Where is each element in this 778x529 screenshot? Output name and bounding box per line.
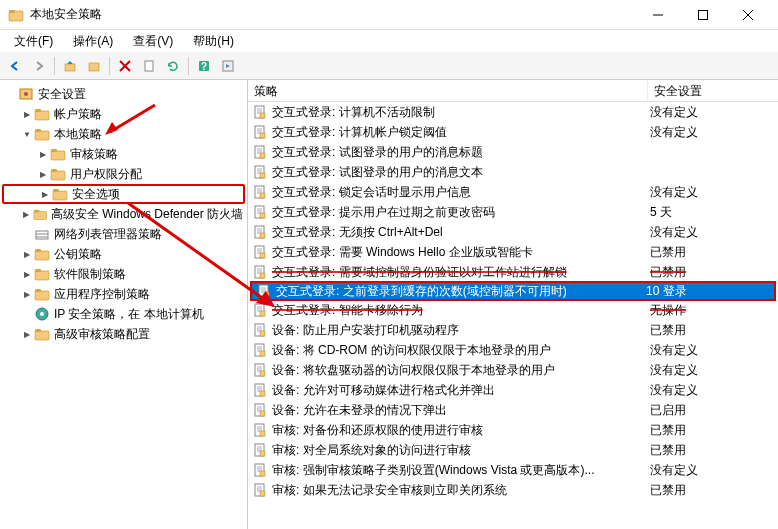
tree-item[interactable]: ▶公钥策略 (2, 244, 245, 264)
tree-item-label: 应用程序控制策略 (52, 286, 152, 303)
tree-item[interactable]: ▶高级审核策略配置 (2, 324, 245, 344)
policy-row[interactable]: 交互式登录: 提示用户在过期之前更改密码5 天 (248, 202, 778, 222)
policy-setting: 已启用 (644, 402, 774, 419)
action-button[interactable] (217, 55, 239, 77)
toolbar: ? (0, 52, 778, 80)
folder-icon (34, 226, 50, 242)
chevron-icon[interactable]: ▶ (20, 110, 34, 119)
tree-item[interactable]: ▶审核策略 (2, 144, 245, 164)
delete-button[interactable] (114, 55, 136, 77)
chevron-icon[interactable]: ▶ (36, 170, 50, 179)
policy-setting: 10 登录 (640, 283, 770, 300)
tree-item[interactable]: ▶高级安全 Windows Defender 防火墙 (2, 204, 245, 224)
policy-row[interactable]: 交互式登录: 锁定会话时显示用户信息没有定义 (248, 182, 778, 202)
svg-rect-22 (51, 171, 65, 180)
svg-rect-65 (260, 193, 265, 198)
policy-row[interactable]: 设备: 将软盘驱动器的访问权限仅限于本地登录的用户没有定义 (248, 360, 778, 380)
policy-label: 交互式登录: 锁定会话时显示用户信息 (272, 184, 644, 201)
policy-row[interactable]: 审核: 如果无法记录安全审核则立即关闭系统已禁用 (248, 480, 778, 500)
tree-item[interactable]: ▶软件限制策略 (2, 264, 245, 284)
refresh-button[interactable] (162, 55, 184, 77)
svg-rect-95 (260, 311, 265, 316)
svg-rect-36 (35, 289, 41, 292)
policy-row[interactable]: 交互式登录: 计算机帐户锁定阈值没有定义 (248, 122, 778, 142)
menu-help[interactable]: 帮助(H) (185, 31, 242, 52)
chevron-icon[interactable]: ▶ (38, 190, 52, 199)
folder-icon (34, 326, 50, 342)
policy-row[interactable]: 审核: 强制审核策略子类别设置(Windows Vista 或更高版本)...没… (248, 460, 778, 480)
policy-setting: 没有定义 (644, 224, 774, 241)
policy-label: 审核: 对备份和还原权限的使用进行审核 (272, 422, 644, 439)
policy-row[interactable]: 交互式登录: 计算机不活动限制没有定义 (248, 102, 778, 122)
svg-rect-39 (35, 331, 49, 340)
tree-item[interactable]: ▶帐户策略 (2, 104, 245, 124)
policy-setting: 没有定义 (644, 104, 774, 121)
policy-row[interactable]: 审核: 对全局系统对象的访问进行审核已禁用 (248, 440, 778, 460)
menubar: 文件(F) 操作(A) 查看(V) 帮助(H) (0, 30, 778, 52)
svg-rect-3 (698, 10, 707, 19)
tree-panel[interactable]: 安全设置 ▶帐户策略▼本地策略▶审核策略▶用户权限分配▶安全选项▶高级安全 Wi… (0, 80, 248, 529)
header-policy[interactable]: 策略 (248, 80, 648, 101)
tree-item-label: 网络列表管理器策略 (52, 226, 164, 243)
policy-label: 设备: 将软盘驱动器的访问权限仅限于本地登录的用户 (272, 362, 644, 379)
policy-row[interactable]: 交互式登录: 智能卡移除行为无操作 (248, 300, 778, 320)
policy-row[interactable]: 设备: 允许在未登录的情况下弹出已启用 (248, 400, 778, 420)
policy-row[interactable]: 审核: 对备份和还原权限的使用进行审核已禁用 (248, 420, 778, 440)
window-controls (635, 1, 770, 29)
svg-rect-23 (51, 169, 57, 172)
svg-rect-31 (35, 251, 49, 260)
policy-row[interactable]: 交互式登录: 需要域控制器身份验证以对工作站进行解锁已禁用 (248, 262, 778, 282)
chevron-icon[interactable]: ▼ (20, 130, 34, 139)
up-button[interactable] (59, 55, 81, 77)
export-button[interactable] (138, 55, 160, 77)
svg-rect-10 (145, 61, 153, 71)
chevron-icon[interactable]: ▶ (36, 150, 50, 159)
minimize-button[interactable] (635, 1, 680, 29)
svg-rect-100 (260, 331, 265, 336)
tree-item[interactable]: 网络列表管理器策略 (2, 224, 245, 244)
policy-row[interactable]: 交互式登录: 无须按 Ctrl+Alt+Del没有定义 (248, 222, 778, 242)
chevron-icon[interactable]: ▶ (20, 330, 34, 339)
policy-row[interactable]: 交互式登录: 试图登录的用户的消息标题 (248, 142, 778, 162)
svg-rect-19 (35, 129, 41, 132)
tree-item[interactable]: ▼本地策略 (2, 124, 245, 144)
tree-item[interactable]: ▶安全选项 (2, 184, 245, 204)
chevron-icon[interactable]: ▶ (20, 250, 34, 259)
close-button[interactable] (725, 1, 770, 29)
svg-rect-24 (53, 191, 67, 200)
policy-row[interactable]: 交互式登录: 需要 Windows Hello 企业版或智能卡已禁用 (248, 242, 778, 262)
policy-icon (252, 382, 268, 398)
policy-label: 交互式登录: 计算机帐户锁定阈值 (272, 124, 644, 141)
tree-root[interactable]: 安全设置 (2, 84, 245, 104)
menu-view[interactable]: 查看(V) (125, 31, 181, 52)
svg-rect-135 (260, 471, 265, 476)
policy-row[interactable]: 交互式登录: 试图登录的用户的消息文本 (248, 162, 778, 182)
menu-file[interactable]: 文件(F) (6, 31, 61, 52)
policy-icon (252, 264, 268, 280)
tree-item-label: 公钥策略 (52, 246, 104, 263)
folder-icon (34, 286, 50, 302)
policy-row[interactable]: 设备: 防止用户安装打印机驱动程序已禁用 (248, 320, 778, 340)
tree-item[interactable]: IP 安全策略，在 本地计算机 (2, 304, 245, 324)
tree-item[interactable]: ▶用户权限分配 (2, 164, 245, 184)
policy-row[interactable]: 交互式登录: 之前登录到缓存的次数(域控制器不可用时)10 登录 (250, 281, 776, 301)
policy-row[interactable]: 设备: 允许对可移动媒体进行格式化并弹出没有定义 (248, 380, 778, 400)
policy-icon (252, 482, 268, 498)
tree-item-label: 审核策略 (68, 146, 120, 163)
folder-icon (50, 166, 66, 182)
menu-action[interactable]: 操作(A) (65, 31, 121, 52)
list-panel[interactable]: 策略 安全设置 交互式登录: 计算机不活动限制没有定义交互式登录: 计算机帐户锁… (248, 80, 778, 529)
back-button[interactable] (4, 55, 26, 77)
chevron-icon[interactable]: ▶ (20, 210, 33, 219)
chevron-icon[interactable]: ▶ (20, 270, 34, 279)
security-icon (18, 86, 34, 102)
chevron-icon[interactable]: ▶ (20, 290, 34, 299)
policy-setting: 没有定义 (644, 124, 774, 141)
properties-button[interactable] (83, 55, 105, 77)
forward-button[interactable] (28, 55, 50, 77)
policy-row[interactable]: 设备: 将 CD-ROM 的访问权限仅限于本地登录的用户没有定义 (248, 340, 778, 360)
header-setting[interactable]: 安全设置 (648, 80, 778, 101)
help-button[interactable]: ? (193, 55, 215, 77)
tree-item[interactable]: ▶应用程序控制策略 (2, 284, 245, 304)
maximize-button[interactable] (680, 1, 725, 29)
